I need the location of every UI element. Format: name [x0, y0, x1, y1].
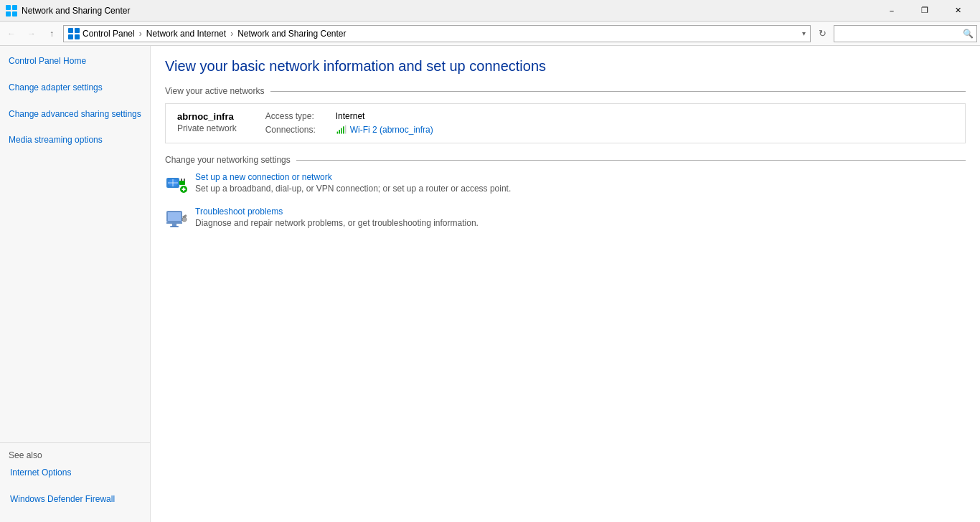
active-networks-header: View your active networks: [165, 86, 966, 96]
svg-rect-0: [6, 5, 11, 10]
svg-rect-11: [343, 126, 344, 133]
svg-rect-1: [12, 5, 17, 10]
path-control-panel[interactable]: Control Panel: [83, 29, 135, 39]
path-dropdown-arrow[interactable]: ▾: [802, 29, 806, 37]
network-identity: abrnoc_infra Private network: [177, 111, 237, 136]
sidebar-item-media-streaming[interactable]: Media streaming options: [7, 132, 143, 148]
setup-connection-text: Set up a new connection or network Set u…: [195, 172, 966, 194]
wifi-icon: [336, 124, 347, 136]
sidebar-item-internet-options[interactable]: Internet Options: [9, 465, 141, 481]
svg-rect-8: [336, 131, 338, 133]
title-bar-left: Network and Sharing Center: [6, 5, 130, 16]
sidebar-nav: Control Panel Home Change adapter settin…: [0, 53, 150, 440]
access-type-row: Access type: Internet: [265, 111, 433, 121]
setup-connection-icon: [165, 172, 188, 195]
sidebar-item-windows-defender-firewall[interactable]: Windows Defender Firewall: [9, 491, 141, 508]
search-box[interactable]: 🔍: [834, 25, 977, 42]
window-title: Network and Sharing Center: [22, 6, 130, 16]
sidebar-bottom: See also Internet Options Windows Defend…: [0, 442, 150, 515]
connections-label: Connections:: [265, 125, 330, 135]
title-bar-controls: − ❐ ✕: [875, 0, 974, 22]
back-button[interactable]: ←: [3, 25, 20, 42]
network-path-icon: [68, 28, 80, 39]
sidebar-item-change-advanced-sharing[interactable]: Change advanced sharing settings: [7, 106, 143, 123]
svg-rect-24: [168, 212, 181, 221]
sidebar: Control Panel Home Change adapter settin…: [0, 46, 151, 522]
setup-connection-item: Set up a new connection or network Set u…: [165, 172, 966, 195]
svg-rect-10: [341, 128, 342, 134]
setup-connection-desc: Set up a broadband, dial-up, or VPN conn…: [195, 184, 511, 194]
close-button[interactable]: ✕: [941, 0, 974, 22]
address-bar: ← → ↑ Control Panel › Network and Intern…: [0, 22, 980, 46]
troubleshoot-item: Troubleshoot problems Diagnose and repai…: [165, 207, 966, 229]
troubleshoot-text: Troubleshoot problems Diagnose and repai…: [195, 207, 966, 228]
page-title: View your basic network information and …: [165, 57, 966, 75]
svg-rect-6: [68, 34, 73, 39]
network-type: Private network: [177, 123, 237, 133]
troubleshoot-link[interactable]: Troubleshoot problems: [195, 207, 966, 217]
active-networks-divider: [270, 91, 966, 92]
access-type-label: Access type:: [265, 111, 330, 121]
refresh-button[interactable]: ↻: [814, 25, 831, 42]
svg-rect-2: [6, 11, 11, 16]
active-networks-label: View your active networks: [165, 86, 270, 96]
svg-rect-27: [166, 222, 182, 224]
new-connection-icon: [165, 172, 188, 195]
svg-rect-12: [345, 125, 347, 134]
search-input[interactable]: [837, 29, 963, 39]
see-also-title: See also: [9, 450, 141, 460]
svg-rect-9: [339, 130, 340, 134]
settings-section: Set up a new connection or network Set u…: [165, 172, 966, 229]
sidebar-item-control-panel-home[interactable]: Control Panel Home: [7, 53, 143, 70]
setup-connection-link[interactable]: Set up a new connection or network: [195, 172, 966, 182]
svg-rect-22: [183, 188, 184, 191]
content-area: View your basic network information and …: [151, 46, 980, 522]
forward-button[interactable]: →: [23, 25, 40, 42]
troubleshoot-desc: Diagnose and repair network problems, or…: [195, 218, 479, 228]
svg-rect-3: [12, 11, 17, 16]
network-details: Access type: Internet Connections:: [265, 111, 433, 136]
search-icon: 🔍: [963, 29, 974, 39]
address-path[interactable]: Control Panel › Network and Internet › N…: [63, 25, 811, 42]
change-settings-divider: [296, 160, 966, 161]
change-settings-header: Change your networking settings: [165, 155, 966, 165]
up-button[interactable]: ↑: [43, 25, 60, 42]
wifi-connection-link[interactable]: Wi-Fi 2 (abrnoc_infra): [336, 124, 433, 136]
wifi-connection-name: Wi-Fi 2 (abrnoc_infra): [350, 125, 433, 135]
network-name: abrnoc_infra: [177, 111, 237, 122]
connections-row: Connections: Wi-Fi 2 (abrnoc_infra): [265, 124, 433, 136]
svg-rect-29: [170, 226, 179, 227]
app-icon: [6, 5, 17, 16]
change-settings-label: Change your networking settings: [165, 155, 296, 165]
access-type-value: Internet: [336, 111, 365, 121]
svg-rect-18: [181, 179, 182, 181]
svg-rect-4: [68, 28, 73, 33]
main-layout: Control Panel Home Change adapter settin…: [0, 46, 980, 522]
svg-rect-7: [75, 34, 80, 39]
svg-rect-19: [184, 179, 185, 181]
network-info-box: abrnoc_infra Private network Access type…: [165, 103, 966, 143]
maximize-button[interactable]: ❐: [908, 0, 941, 22]
path-network-internet[interactable]: Network and Internet: [146, 29, 226, 39]
svg-rect-17: [179, 181, 185, 185]
troubleshoot-problems-icon: [165, 207, 188, 229]
path-network-sharing[interactable]: Network and Sharing Center: [237, 29, 346, 39]
troubleshoot-icon: [165, 207, 188, 229]
title-bar: Network and Sharing Center − ❐ ✕: [0, 0, 980, 22]
svg-point-26: [182, 217, 187, 222]
minimize-button[interactable]: −: [875, 0, 908, 22]
svg-rect-5: [75, 28, 80, 33]
sidebar-item-change-adapter[interactable]: Change adapter settings: [7, 80, 143, 96]
